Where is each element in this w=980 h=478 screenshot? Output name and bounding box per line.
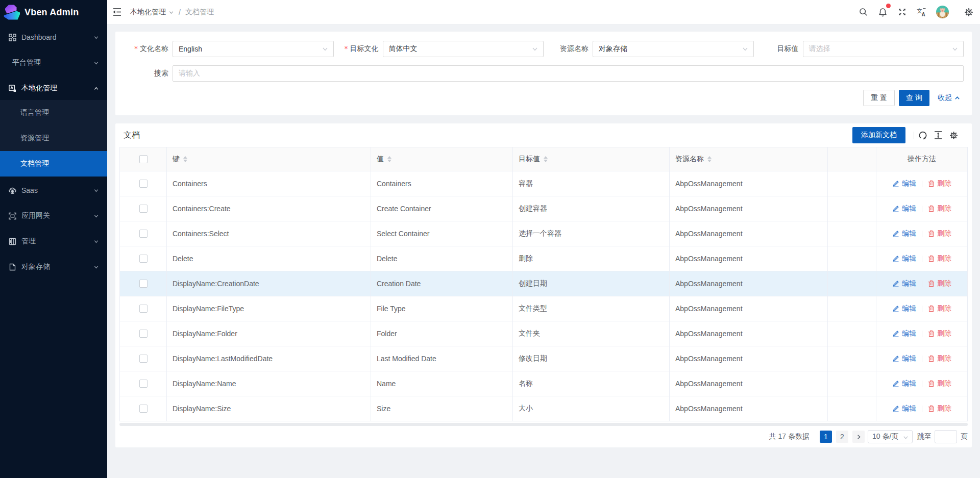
logo[interactable]: Vben Admin	[0, 0, 107, 24]
row-checkbox[interactable]	[139, 280, 148, 288]
next-page-button[interactable]	[852, 431, 865, 443]
cell-resource-name: AbpOssManagement	[670, 296, 828, 321]
localization-icon	[9, 85, 16, 92]
edit-button[interactable]: 编辑	[892, 254, 916, 263]
translate-button[interactable]: 文 A	[912, 0, 931, 24]
collapse-link[interactable]: 收起	[938, 93, 960, 103]
delete-button[interactable]: 删除	[928, 279, 951, 288]
column-header-resource-name[interactable]: 资源名称	[670, 147, 828, 171]
delete-button[interactable]: 删除	[928, 304, 951, 313]
resource-name-select[interactable]: 对象存储	[593, 41, 754, 57]
sort-icon[interactable]	[707, 156, 712, 162]
delete-button[interactable]: 删除	[928, 229, 951, 238]
delete-button[interactable]: 删除	[928, 404, 951, 413]
row-checkbox[interactable]	[139, 255, 148, 263]
edit-button[interactable]: 编辑	[892, 329, 916, 338]
row-checkbox[interactable]	[139, 230, 148, 238]
user-avatar[interactable]	[931, 0, 953, 24]
redo-button[interactable]	[915, 128, 930, 143]
delete-button[interactable]: 删除	[928, 379, 951, 388]
column-header-actions: 操作方法	[876, 147, 967, 171]
row-checkbox[interactable]	[139, 180, 148, 188]
action-divider	[922, 381, 922, 387]
documents-table: 键 值 目标值 资源名称	[119, 147, 968, 421]
delete-button[interactable]: 删除	[928, 354, 951, 363]
sort-icon[interactable]	[387, 156, 391, 162]
sidebar-item-platform[interactable]: 平台管理	[0, 51, 107, 74]
sidebar-item-localization[interactable]: 本地化管理	[0, 77, 107, 100]
topbar: 本地化管理 / 文档管理	[107, 0, 980, 24]
reset-button[interactable]: 重 置	[863, 90, 895, 106]
culture-name-select[interactable]: English	[173, 41, 334, 57]
jump-to-label: 跳至	[917, 432, 932, 441]
edit-button[interactable]: 编辑	[892, 379, 916, 388]
delete-button[interactable]: 删除	[928, 179, 951, 188]
page-button-2[interactable]: 2	[836, 431, 848, 443]
chevron-down-icon	[93, 35, 99, 40]
delete-button[interactable]: 删除	[928, 204, 951, 213]
column-setting-button[interactable]	[946, 128, 961, 143]
breadcrumb-item-localization[interactable]: 本地化管理	[130, 8, 174, 17]
edit-button[interactable]: 编辑	[892, 204, 916, 213]
row-height-button[interactable]	[930, 128, 946, 143]
row-checkbox[interactable]	[139, 205, 148, 213]
column-header-target-value[interactable]: 目标值	[513, 147, 670, 171]
svg-text:A: A	[921, 12, 925, 17]
search-input[interactable]: 请输入	[173, 65, 964, 82]
edit-icon	[892, 380, 899, 387]
target-culture-select[interactable]: 简体中文	[383, 41, 544, 57]
delete-label: 删除	[937, 329, 951, 338]
cell-actions: 编辑 删除	[876, 271, 967, 296]
column-header-value[interactable]: 值	[371, 147, 513, 171]
edit-button[interactable]: 编辑	[892, 404, 916, 413]
fullscreen-button[interactable]	[892, 0, 912, 24]
edit-button[interactable]: 编辑	[892, 354, 916, 363]
row-checkbox[interactable]	[139, 380, 148, 388]
vben-logo-icon	[4, 5, 20, 20]
page-size-select[interactable]: 10 条/页	[868, 430, 913, 443]
sidebar-item-resource-management[interactable]: 资源管理	[0, 125, 107, 151]
sort-icon[interactable]	[544, 156, 548, 162]
saas-icon	[9, 187, 16, 194]
translate-icon: 文 A	[917, 8, 926, 17]
sidebar-item-gateway[interactable]: 应用网关	[0, 204, 107, 228]
edit-button[interactable]: 编辑	[892, 179, 916, 188]
edit-button[interactable]: 编辑	[892, 279, 916, 288]
target-value-select[interactable]: 请选择	[803, 41, 964, 57]
notification-button[interactable]	[873, 0, 892, 24]
cell-actions: 编辑 删除	[876, 171, 967, 196]
cell-key: Containers:Select	[167, 221, 371, 246]
delete-button[interactable]: 删除	[928, 254, 951, 263]
query-button[interactable]: 查 询	[899, 90, 929, 106]
delete-icon	[928, 380, 935, 387]
sidebar-item-dashboard[interactable]: Dashboard	[0, 26, 107, 49]
jump-to-input[interactable]	[935, 430, 957, 443]
cell-key: DisplayName:CreationDate	[167, 271, 371, 296]
row-checkbox[interactable]	[139, 330, 148, 338]
edit-label: 编辑	[902, 229, 916, 238]
sort-icon[interactable]	[183, 156, 187, 162]
column-header-key[interactable]: 键	[167, 147, 371, 171]
menu-fold-icon[interactable]	[107, 0, 127, 24]
settings-button[interactable]	[958, 0, 980, 24]
edit-button[interactable]: 编辑	[892, 229, 916, 238]
edit-button[interactable]: 编辑	[892, 304, 916, 313]
select-all-checkbox[interactable]	[139, 155, 148, 163]
row-checkbox[interactable]	[139, 355, 148, 363]
row-checkbox[interactable]	[139, 305, 148, 313]
sidebar-item-document-management[interactable]: 文档管理	[0, 151, 107, 177]
delete-icon	[928, 355, 935, 362]
sidebar-item-language-management[interactable]: 语言管理	[0, 100, 107, 125]
row-checkbox[interactable]	[139, 405, 148, 413]
delete-button[interactable]: 删除	[928, 329, 951, 338]
add-document-button[interactable]: 添加新文档	[852, 127, 905, 143]
page-button-1[interactable]: 1	[820, 431, 832, 443]
cell-value: Create Container	[371, 196, 513, 221]
sidebar-item-saas[interactable]: Saas	[0, 179, 107, 202]
cell-empty	[828, 171, 876, 196]
edit-label: 编辑	[902, 254, 916, 263]
sidebar-item-management[interactable]: 管理	[0, 230, 107, 253]
sidebar-item-object-storage[interactable]: 对象存储	[0, 255, 107, 279]
search-button[interactable]	[853, 0, 873, 24]
delete-label: 删除	[937, 379, 951, 388]
